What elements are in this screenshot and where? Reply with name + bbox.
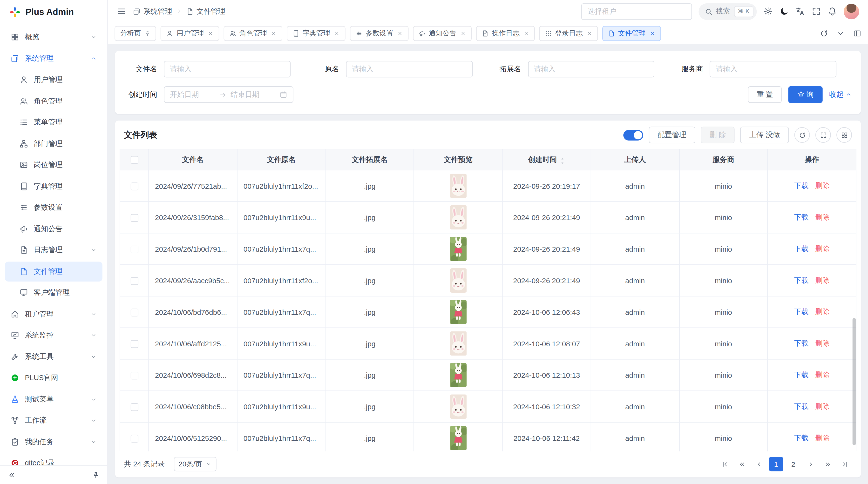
delete-link[interactable]: 删除 bbox=[815, 402, 830, 410]
provider-input[interactable]: 请输入 bbox=[710, 61, 836, 77]
sidebar-item-menu[interactable]: 菜单管理 bbox=[5, 112, 102, 132]
file-preview-image[interactable] bbox=[450, 300, 467, 324]
download-link[interactable]: 下载 bbox=[794, 276, 809, 284]
select-all-checkbox[interactable] bbox=[130, 156, 138, 164]
download-link[interactable]: 下载 bbox=[794, 371, 809, 379]
refresh-table-button[interactable] bbox=[795, 127, 810, 143]
file-preview-image[interactable] bbox=[450, 237, 467, 261]
config-manage-button[interactable]: 配置管理 bbox=[649, 127, 695, 143]
delete-link[interactable]: 删除 bbox=[815, 182, 830, 190]
tab-analytics[interactable]: 分析页 bbox=[115, 26, 156, 41]
row-checkbox[interactable] bbox=[130, 434, 138, 442]
sidebar-item-dict[interactable]: 字典管理 bbox=[5, 176, 102, 196]
breadcrumb-item-system[interactable]: 系统管理 bbox=[133, 6, 172, 16]
vertical-scrollbar[interactable] bbox=[852, 318, 856, 445]
date-range-input[interactable]: 开始日期 结束日期 bbox=[164, 86, 293, 103]
tab-login-log[interactable]: 登录日志 bbox=[539, 26, 597, 41]
tab-file[interactable]: 文件管理 bbox=[602, 26, 661, 41]
row-checkbox[interactable] bbox=[130, 246, 138, 253]
sort-desc-icon[interactable] bbox=[560, 160, 565, 163]
sort-asc-icon[interactable] bbox=[560, 156, 565, 160]
sidebar-item-log[interactable]: 日志管理 bbox=[5, 240, 102, 260]
refresh-page-button[interactable] bbox=[820, 29, 828, 38]
download-link[interactable]: 下载 bbox=[794, 213, 809, 221]
close-tab-icon[interactable] bbox=[397, 30, 403, 36]
user-avatar[interactable] bbox=[844, 4, 859, 19]
file-preview-image[interactable] bbox=[450, 394, 467, 419]
close-tab-icon[interactable] bbox=[271, 30, 277, 36]
collapse-filters-link[interactable]: 收起 bbox=[829, 90, 852, 100]
query-button[interactable]: 查 询 bbox=[788, 86, 823, 103]
collapse-sidebar-button[interactable] bbox=[8, 471, 16, 479]
sidebar-item-file[interactable]: 文件管理 bbox=[5, 261, 102, 281]
file-preview-image[interactable] bbox=[450, 268, 467, 293]
page-number-2[interactable]: 2 bbox=[786, 457, 801, 472]
page-size-select[interactable]: 20条/页 bbox=[174, 457, 217, 472]
tab-user[interactable]: 用户管理 bbox=[160, 26, 219, 41]
close-tab-icon[interactable] bbox=[207, 30, 213, 36]
global-search[interactable]: 搜索 ⌘ K bbox=[699, 3, 757, 20]
file-name-input[interactable]: 请输入 bbox=[164, 61, 290, 77]
page-first-button[interactable] bbox=[717, 457, 732, 472]
sidebar-item-dept[interactable]: 部门管理 bbox=[5, 133, 102, 154]
sidebar-item-client[interactable]: 客户端管理 bbox=[5, 283, 102, 303]
file-preview-image[interactable] bbox=[450, 174, 467, 198]
column-settings-button[interactable] bbox=[836, 127, 852, 143]
tab-dict[interactable]: 字典管理 bbox=[286, 26, 345, 41]
pin-sidebar-button[interactable] bbox=[92, 471, 100, 479]
translate-icon[interactable] bbox=[796, 7, 805, 16]
delete-link[interactable]: 删除 bbox=[815, 433, 830, 442]
sidebar-item-monitor[interactable]: 系统监控 bbox=[5, 325, 102, 345]
download-link[interactable]: 下载 bbox=[794, 339, 809, 347]
app-logo[interactable]: Plus Admin bbox=[0, 0, 107, 24]
delete-selected-button[interactable]: 删 除 bbox=[701, 127, 735, 143]
row-checkbox[interactable] bbox=[130, 309, 138, 316]
sidebar-item-tasks[interactable]: 我的任务 bbox=[5, 432, 102, 452]
delete-link[interactable]: 删除 bbox=[815, 371, 830, 379]
sidebar-item-param[interactable]: 参数设置 bbox=[5, 197, 102, 218]
page-fast-prev-button[interactable] bbox=[735, 457, 749, 472]
sidebar-item-test[interactable]: 测试菜单 bbox=[5, 389, 102, 409]
tab-oper-log[interactable]: 操作日志 bbox=[476, 26, 534, 41]
page-fast-next-button[interactable] bbox=[820, 457, 835, 472]
notifications-bell-icon[interactable] bbox=[828, 7, 837, 16]
download-link[interactable]: 下载 bbox=[794, 245, 809, 253]
tab-param[interactable]: 参数设置 bbox=[350, 26, 408, 41]
sidebar-item-workflow[interactable]: 工作流 bbox=[5, 411, 102, 430]
page-prev-button[interactable] bbox=[752, 457, 766, 472]
tenant-select[interactable]: 选择租户 bbox=[581, 3, 692, 20]
delete-link[interactable]: 删除 bbox=[815, 245, 830, 253]
file-preview-image[interactable] bbox=[450, 205, 467, 229]
row-checkbox[interactable] bbox=[130, 183, 138, 190]
page-next-button[interactable] bbox=[803, 457, 817, 472]
sidebar-item-system[interactable]: 系统管理 bbox=[5, 49, 102, 68]
page-number-1[interactable]: 1 bbox=[769, 457, 783, 472]
row-checkbox[interactable] bbox=[130, 403, 138, 411]
pin-tab-icon[interactable] bbox=[144, 30, 150, 36]
file-preview-image[interactable] bbox=[450, 363, 467, 387]
row-checkbox[interactable] bbox=[130, 214, 138, 222]
row-checkbox[interactable] bbox=[130, 372, 138, 379]
file-preview-image[interactable] bbox=[450, 331, 467, 356]
column-header-created-at[interactable]: 创建时间 bbox=[502, 149, 591, 170]
hamburger-menu-icon[interactable] bbox=[117, 7, 126, 16]
close-tab-icon[interactable] bbox=[649, 30, 655, 36]
fullscreen-icon[interactable] bbox=[812, 7, 821, 16]
row-checkbox[interactable] bbox=[130, 340, 138, 348]
sidebar-item-overview[interactable]: 概览 bbox=[5, 27, 102, 47]
sidebar-item-role[interactable]: 角色管理 bbox=[5, 91, 102, 111]
close-tab-icon[interactable] bbox=[334, 30, 340, 36]
sidebar-item-tools[interactable]: 系统工具 bbox=[5, 347, 102, 366]
close-tab-icon[interactable] bbox=[523, 30, 529, 36]
original-name-input[interactable]: 请输入 bbox=[346, 61, 472, 77]
sidebar-item-user[interactable]: 用户管理 bbox=[5, 70, 102, 90]
tab-notice[interactable]: 通知公告 bbox=[413, 26, 471, 41]
sidebar-item-notice[interactable]: 通知公告 bbox=[5, 219, 102, 239]
file-preview-image[interactable] bbox=[450, 426, 467, 450]
breadcrumb-item-file[interactable]: 文件管理 bbox=[186, 6, 225, 16]
download-link[interactable]: 下载 bbox=[794, 402, 809, 410]
delete-link[interactable]: 删除 bbox=[815, 213, 830, 221]
close-tab-icon[interactable] bbox=[586, 30, 592, 36]
download-link[interactable]: 下载 bbox=[794, 433, 809, 442]
fullscreen-table-button[interactable] bbox=[815, 127, 831, 143]
